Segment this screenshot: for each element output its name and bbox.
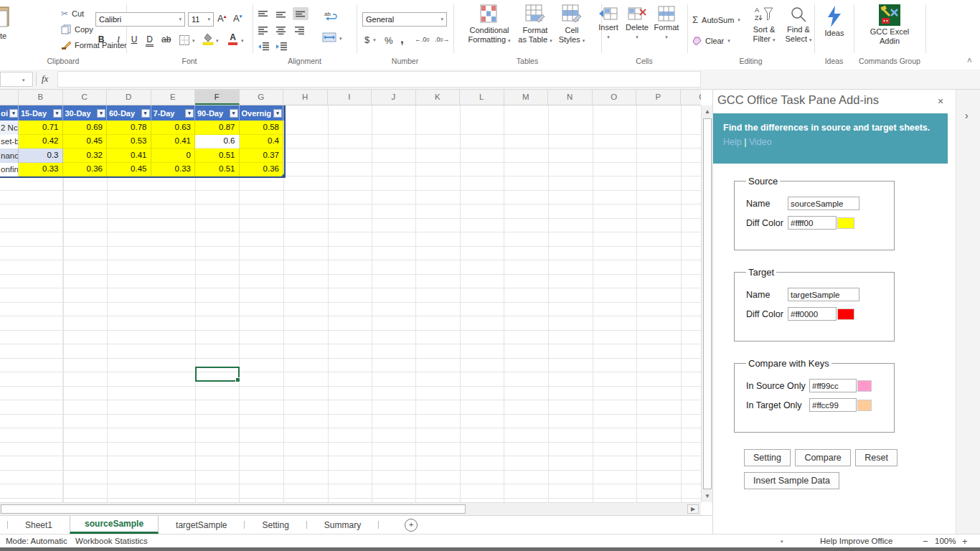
double-underline-button[interactable]: D <box>146 34 154 47</box>
cell[interactable]: 0.42 <box>19 135 63 149</box>
column-header-M[interactable]: M <box>504 90 549 105</box>
wrap-text-button[interactable]: ab <box>324 10 339 24</box>
increase-indent-button[interactable] <box>276 41 288 54</box>
chevron-down-icon[interactable]: ▾ <box>192 38 195 44</box>
format-cells-button[interactable]: Format ▾ <box>651 6 682 42</box>
filter-dropdown-icon[interactable]: ▾ <box>185 109 194 118</box>
row-label-partial[interactable]: nanci <box>0 149 19 163</box>
cell[interactable]: 0.53 <box>107 135 151 149</box>
merge-center-button[interactable] <box>322 32 336 45</box>
cell[interactable]: 0.78 <box>107 121 151 135</box>
table-header-7day[interactable]: 7-Day ▾ <box>151 105 196 121</box>
table-header-30day[interactable]: 30-Day ▾ <box>63 105 108 121</box>
cell[interactable]: 0.6 <box>195 135 240 149</box>
calc-mode-status[interactable]: Mode: Automatic <box>6 537 67 545</box>
underline-button[interactable]: U <box>128 34 140 44</box>
expand-pane-icon[interactable]: › <box>965 110 969 121</box>
italic-button[interactable]: I <box>113 34 124 45</box>
comma-style-button[interactable]: , <box>400 32 404 47</box>
decrease-indent-button[interactable] <box>258 41 270 54</box>
sort-filter-button[interactable]: AZ Sort & Filter ▾ <box>748 6 781 44</box>
cell[interactable]: 0.41 <box>107 149 151 163</box>
insert-cells-button[interactable]: Insert ▾ <box>595 6 621 42</box>
shrink-font-button[interactable]: A▾ <box>233 13 242 24</box>
delete-cells-button[interactable]: Delete ▾ <box>623 6 651 42</box>
close-icon[interactable]: × <box>938 95 943 107</box>
paste-button-partial[interactable]: te <box>0 6 19 53</box>
column-header-G[interactable]: G <box>240 90 284 105</box>
insert-sample-data-button[interactable]: Insert Sample Data <box>744 472 839 489</box>
horizontal-scrollbar-thumb[interactable] <box>1 504 466 514</box>
tab-setting[interactable]: Setting <box>245 516 306 534</box>
setting-button[interactable]: Setting <box>744 449 791 466</box>
source-diff-color-input[interactable] <box>788 216 837 230</box>
font-name-combo[interactable]: Calibri ▾ <box>95 12 185 27</box>
tab-summary[interactable]: Summary <box>307 516 378 534</box>
row-label-partial[interactable]: 2 Nc <box>0 121 19 135</box>
name-box[interactable]: ▾ <box>0 72 33 87</box>
accounting-format-button[interactable]: $ ▾ <box>364 34 376 45</box>
filter-dropdown-icon[interactable]: ▾ <box>97 109 105 118</box>
cell[interactable]: 0.71 <box>19 121 63 135</box>
table-header-60day[interactable]: 60-Day ▾ <box>107 105 151 121</box>
find-select-button[interactable]: Find & Select ▾ <box>782 6 815 44</box>
cell[interactable]: 0.41 <box>151 135 196 149</box>
cut-button[interactable]: ✂ Cut <box>61 9 84 19</box>
format-as-table-button[interactable]: Format as Table ▾ <box>515 4 555 45</box>
number-format-combo[interactable]: General ▾ <box>362 12 447 27</box>
fx-button[interactable]: fx <box>42 73 48 85</box>
ideas-button[interactable]: Ideas <box>818 6 851 38</box>
cell[interactable]: 0.33 <box>151 163 196 177</box>
copy-button[interactable]: Copy <box>61 24 93 34</box>
gcc-excel-addin-button[interactable]: GCC Excel Addin <box>867 4 913 46</box>
in-source-only-swatch[interactable] <box>857 380 872 392</box>
cell[interactable]: 0.58 <box>240 121 284 135</box>
cell[interactable]: 0.45 <box>63 135 108 149</box>
column-header-L[interactable]: L <box>460 90 504 105</box>
filter-dropdown-icon[interactable]: ▾ <box>53 109 62 118</box>
table-header-15day[interactable]: 15-Day ▾ <box>19 105 63 121</box>
align-bottom-button[interactable] <box>293 7 308 20</box>
target-name-input[interactable] <box>788 288 859 301</box>
vertical-scrollbar-thumb[interactable] <box>703 118 712 489</box>
autosum-button[interactable]: Σ AutoSum ▾ <box>692 14 740 25</box>
decrease-decimal-button[interactable]: .00→ <box>435 36 449 43</box>
target-diff-color-input[interactable] <box>788 307 837 321</box>
table-header-colA-partial[interactable]: oi ▾ <box>0 105 19 121</box>
chevron-down-icon[interactable]: ▾ <box>241 38 244 44</box>
source-diff-color-swatch[interactable] <box>837 217 854 229</box>
align-top-button[interactable] <box>258 9 269 22</box>
column-header-K[interactable]: K <box>416 90 461 105</box>
column-header-F-selected[interactable]: F <box>195 90 240 105</box>
source-name-input[interactable] <box>788 197 859 210</box>
increase-decimal-button[interactable]: ←.00 <box>415 36 429 43</box>
new-sheet-icon[interactable]: + <box>405 519 418 532</box>
cell[interactable]: 0.87 <box>195 121 240 135</box>
cell[interactable]: 0.69 <box>63 121 108 135</box>
scroll-down-icon[interactable]: ▼ <box>702 493 713 499</box>
video-link[interactable]: Video <box>749 137 772 147</box>
font-color-button[interactable]: A <box>228 33 237 45</box>
column-header-H[interactable]: H <box>283 90 328 105</box>
reset-button[interactable]: Reset <box>855 449 897 466</box>
compare-button[interactable]: Compare <box>795 449 850 466</box>
column-header-N[interactable]: N <box>548 90 593 105</box>
filter-dropdown-icon[interactable]: ▾ <box>273 109 282 118</box>
chevron-down-icon[interactable]: ▾ <box>216 38 219 44</box>
help-link[interactable]: Help <box>723 137 742 147</box>
cell[interactable]: 0.51 <box>195 163 240 177</box>
cell[interactable]: 0.36 <box>63 163 108 177</box>
horizontal-scrollbar[interactable]: ▶ <box>0 502 701 515</box>
font-size-combo[interactable]: 11 ▾ <box>188 12 214 27</box>
chevron-down-icon[interactable]: ▾ <box>339 36 342 42</box>
selected-cell[interactable] <box>195 367 240 382</box>
table-resize-handle[interactable] <box>281 174 284 177</box>
column-header-B[interactable]: B <box>19 90 63 105</box>
in-target-only-swatch[interactable] <box>857 400 872 411</box>
bold-button[interactable]: B <box>95 34 107 44</box>
column-header-C[interactable]: C <box>63 90 108 105</box>
column-header-Q-partial[interactable]: Q <box>681 90 702 105</box>
in-source-only-input[interactable] <box>809 379 857 392</box>
cell[interactable]: 0.45 <box>107 163 151 177</box>
cell[interactable]: 0.33 <box>19 163 63 177</box>
